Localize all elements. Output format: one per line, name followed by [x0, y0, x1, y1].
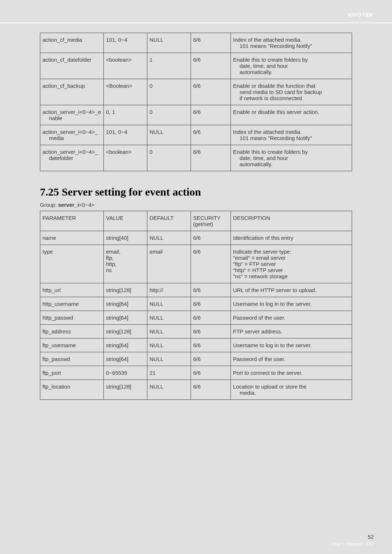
section-heading: 7.25 Server setting for event action [40, 186, 352, 198]
cell-default: 0 [147, 79, 191, 105]
cell-value: string[64] [104, 352, 147, 366]
table-row: http_passwd string[64] NULL 6/6 Password… [40, 311, 352, 325]
cell-value: string[128] [104, 380, 147, 400]
footer: 52 User's Manual - 167 [332, 534, 374, 547]
cell-security: 6/6 [191, 311, 231, 325]
cell-value: 101, 0~4 [104, 125, 147, 145]
page: VIVOTEK action_cf_media 101, 0~4 NULL 6/… [0, 0, 392, 554]
header-security: SECURITY (get/set) [191, 211, 231, 231]
cell-security: 6/6 [191, 352, 231, 366]
cell-param: type [40, 245, 104, 283]
cell-desc: Username to log in to the server. [231, 338, 352, 352]
header-underline [0, 22, 392, 23]
cell-param: ftp_username [40, 338, 104, 352]
cell-desc: Index of the attached media. 101 means "… [231, 33, 352, 53]
cell-param: ftp_location [40, 380, 104, 400]
cell-security: 6/6 [191, 366, 231, 380]
cell-default: 0 [147, 145, 191, 171]
cell-param: action_cf_media [40, 33, 104, 53]
desc-line: send media to SD card for backup [233, 89, 350, 95]
cell-default: http:// [147, 283, 191, 297]
table-row: http_url string[128] http:// 6/6 URL of … [40, 283, 352, 297]
param-line: media [42, 135, 101, 141]
desc-line: Index of the attached media. [233, 37, 302, 43]
cell-value: 0, 1 [104, 105, 147, 125]
group-suffix: <0~4> [79, 202, 95, 208]
cell-desc: Password of the user. [231, 311, 352, 325]
cell-desc: Indicate the server type: "email" = emai… [231, 245, 352, 283]
table-row: action_cf_backup <Boolean> 0 6/6 Enable … [40, 79, 352, 105]
cell-param: http_url [40, 283, 104, 297]
desc-line: Index of the attached media. [233, 129, 302, 135]
cell-default: NULL [147, 125, 191, 145]
cell-value: string[128] [104, 325, 147, 338]
cell-desc: Port to connect to the server. [231, 366, 352, 380]
desc-line: Enable this to create folders by [233, 57, 308, 63]
table-row: ftp_passwd string[64] NULL 6/6 Password … [40, 352, 352, 366]
content-area: action_cf_media 101, 0~4 NULL 6/6 Index … [0, 33, 392, 400]
parameter-table-2: PARAMETER VALUE DEFAULT SECURITY (get/se… [40, 211, 352, 400]
cell-param: ftp_passwd [40, 352, 104, 366]
cell-value: email, ftp, http, ns [104, 245, 147, 283]
value-line: http, [106, 261, 117, 267]
table-row: ftp_username string[64] NULL 6/6 Usernam… [40, 338, 352, 352]
param-line: action_server_i<0~4>_ [42, 149, 98, 155]
cell-default: 21 [147, 366, 191, 380]
param-line: datefolder [42, 155, 101, 161]
desc-line: media. [233, 390, 350, 396]
param-line: action_server_i<0~4>_e [42, 109, 101, 115]
cell-desc: Username to log in to the server. [231, 297, 352, 311]
cell-default: 0 [147, 105, 191, 125]
desc-line: if network is disconnected. [233, 95, 350, 101]
table-row: action_cf_media 101, 0~4 NULL 6/6 Index … [40, 33, 352, 53]
cell-security: 6/6 [191, 145, 231, 171]
cell-desc: Enable this to create folders by date, t… [231, 53, 352, 79]
table-header-row: PARAMETER VALUE DEFAULT SECURITY (get/se… [40, 211, 352, 231]
cell-desc: Enable this to create folders by date, t… [231, 145, 352, 171]
cell-security: 6/6 [191, 297, 231, 311]
desc-line: "ftp" = FTP server [233, 261, 276, 267]
cell-param: action_cf_datefolder [40, 53, 104, 79]
cell-param: action_server_i<0~4>_ media [40, 125, 104, 145]
cell-desc: Location to upload or store the media. [231, 380, 352, 400]
cell-value: <boolean> [104, 145, 147, 171]
cell-default: NULL [147, 297, 191, 311]
desc-line: automatically. [233, 69, 350, 75]
cell-value: 0~65535 [104, 366, 147, 380]
cell-param: ftp_address [40, 325, 104, 338]
cell-value: <boolean> [104, 53, 147, 79]
value-line: email, [106, 249, 121, 255]
cell-value: string[128] [104, 283, 147, 297]
desc-line: 101 means "Recording Notify" [233, 135, 350, 141]
table-row: ftp_address string[128] NULL 6/6 FTP ser… [40, 325, 352, 338]
desc-line: automatically. [233, 161, 350, 167]
header-parameter: PARAMETER [40, 211, 104, 231]
desc-line: Enable or disable the function that [233, 83, 315, 89]
cell-default: NULL [147, 231, 191, 245]
cell-param: ftp_port [40, 366, 104, 380]
cell-param: action_cf_backup [40, 79, 104, 105]
table-row: name string[40] NULL 6/6 Identification … [40, 231, 352, 245]
cell-security: 6/6 [191, 325, 231, 338]
cell-default: email [147, 245, 191, 283]
cell-desc: Enable or disable the function that send… [231, 79, 352, 105]
cell-param: http_username [40, 297, 104, 311]
desc-line: date, time, and hour [233, 63, 350, 69]
cell-default: NULL [147, 311, 191, 325]
header-bar: VIVOTEK [0, 0, 392, 25]
cell-default: NULL [147, 325, 191, 338]
cell-security: 6/6 [191, 105, 231, 125]
group-prefix: Group: [40, 202, 58, 208]
desc-line: Indicate the server type: [233, 249, 291, 255]
header-value: VALUE [104, 211, 147, 231]
cell-security: 6/6 [191, 125, 231, 145]
desc-line: 101 means "Recording Notify" [233, 43, 350, 49]
cell-param: name [40, 231, 104, 245]
cell-desc: Password of the user. [231, 352, 352, 366]
cell-value: <Boolean> [104, 79, 147, 105]
cell-security: 6/6 [191, 380, 231, 400]
cell-security: 6/6 [191, 231, 231, 245]
cell-security: 6/6 [191, 283, 231, 297]
header-description: DESCRIPTION [231, 211, 352, 231]
cell-value: string[40] [104, 231, 147, 245]
